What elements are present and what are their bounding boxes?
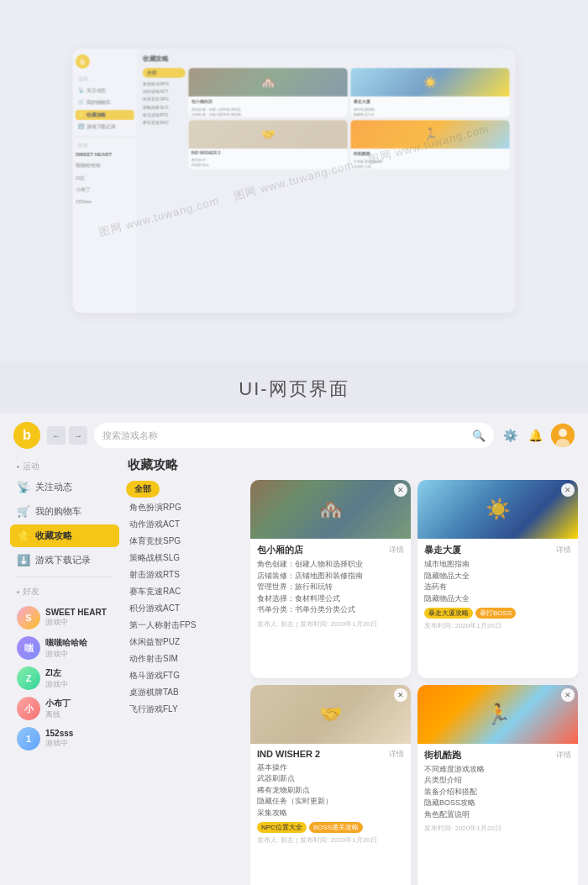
logo-text: b (23, 428, 31, 443)
card2-tag-1: 暴打BOSS (475, 608, 516, 619)
left-panel-categories: 全部 角色扮演RPG 动作游戏ACT 体育竞技SPG 策略战棋SLG 射击游戏R… (126, 480, 244, 885)
card4-close-button[interactable]: ✕ (561, 688, 575, 702)
card4-detail-link[interactable]: 详情 (556, 750, 571, 761)
friend-status-xiaobu: 离线 (45, 709, 113, 720)
sidebar-item-download[interactable]: ⬇️ 游戏下载记录 (10, 549, 119, 572)
top-preview-section: b · 运动 📡 关注动态 🛒 我的购物车 ⭐ 收藏攻略 ⬇️ 游戏下载记录 ·… (0, 0, 588, 361)
card4-image: ✕ (417, 685, 578, 744)
card3-desc-0: 基本操作 (257, 762, 404, 774)
cat-ftg[interactable]: 格斗游戏FTG (126, 668, 244, 683)
card1-close-button[interactable]: ✕ (394, 483, 407, 497)
card3-detail-link[interactable]: 详情 (389, 749, 404, 760)
friend-name-sweetheart: SWEET HEART (45, 608, 113, 617)
card4-desc-2: 装备介绍和搭配 (424, 787, 571, 798)
back-button[interactable]: ← (47, 426, 66, 445)
card3-title-row: IND WISHER 2 详情 (257, 749, 404, 760)
card2-image: ✕ (417, 480, 578, 539)
friend-item-qingqing[interactable]: 嗤 嗤嗤哈哈哈 游戏中 (10, 633, 119, 663)
cat-tab[interactable]: 桌游棋牌TAB (126, 685, 244, 700)
card2-desc-3: 隐藏物品大全 (424, 593, 571, 605)
cat-puz[interactable]: 休闲益智PUZ (126, 635, 244, 650)
friend-avatar-152: 1 (17, 727, 40, 751)
card4-desc-0: 不同难度游戏攻略 (424, 764, 571, 776)
user-avatar[interactable] (551, 424, 575, 447)
card2-desc-2: 选药有 (424, 582, 571, 593)
page-label: UI-网页界面 (0, 361, 588, 414)
friend-item-152[interactable]: 1 152sss 游戏中 (10, 724, 119, 754)
card4-title-row: 街机酷跑 详情 (424, 749, 571, 761)
sidebar-item-follow[interactable]: 📡 关注动态 (10, 476, 119, 498)
cat-rpg[interactable]: 角色扮演RPG (126, 500, 244, 515)
friend-avatar-xiaobu: 小 (17, 697, 40, 720)
card3-desc-1: 武器刷新点 (257, 773, 404, 785)
card2-close-button[interactable]: ✕ (561, 483, 575, 497)
card-ind-wisher: ✕ IND WISHER 2 详情 基本操作 武器刷新点 稀有龙物刷新点 (250, 685, 411, 885)
card2-desc-1: 隐藏物品大全 (424, 571, 571, 582)
card4-title: 街机酷跑 (424, 749, 461, 761)
card3-close-button[interactable]: ✕ (394, 688, 407, 702)
cat-fps[interactable]: 第一人称射击FPS (126, 618, 244, 633)
sidebar-item-cart[interactable]: 🛒 我的购物车 (10, 500, 119, 523)
cat-slg[interactable]: 策略战棋SLG (126, 550, 244, 566)
search-icon[interactable]: 🔍 (472, 429, 486, 442)
section-feed-label: 运动 (23, 461, 39, 472)
friend-item-zi[interactable]: Z ZI左 游戏中 (10, 663, 119, 693)
sidebar-item-collection[interactable]: ⭐ 收藏攻略 (10, 524, 119, 547)
sidebar-divider (17, 577, 113, 577)
friend-name-qingqing: 嗤嗤哈哈哈 (45, 637, 113, 649)
card1-desc-2: 管理世界：旅行和玩转 (257, 582, 404, 593)
cat-sim[interactable]: 动作射击SIM (126, 651, 244, 666)
card4-desc-4: 角色配置说明 (424, 809, 571, 821)
bell-icon[interactable]: 🔔 (526, 426, 544, 445)
friend-info-qingqing: 嗤嗤哈哈哈 游戏中 (45, 637, 113, 660)
friend-status-qingqing: 游戏中 (45, 649, 113, 660)
card2-tag-0: 暴走大厦攻略 (424, 608, 473, 619)
top-bar: b ← → 搜索游戏名称 🔍 ⚙️ 🔔 (10, 422, 578, 449)
download-label: 游戏下载记录 (35, 554, 91, 566)
preview-inner: b · 运动 📡 关注动态 🛒 我的购物车 ⭐ 收藏攻略 ⬇️ 游戏下载记录 ·… (73, 49, 516, 313)
friend-name-152: 152sss (45, 729, 113, 738)
friend-name-xiaobu: 小布丁 (45, 698, 113, 709)
search-bar[interactable]: 搜索游戏名称 🔍 (94, 423, 494, 448)
card1-detail-link[interactable]: 详情 (389, 545, 404, 556)
category-all[interactable]: 全部 (126, 481, 160, 498)
card3-image: ✕ (250, 685, 411, 744)
app-container: b ← → 搜索游戏名称 🔍 ⚙️ 🔔 运动 (0, 414, 588, 885)
cards-grid: ✕ 包小厢的店 详情 角色创建：创建人物和选择职业 店铺装修：店铺地图和装修指南… (250, 480, 578, 885)
card1-desc-0: 角色创建：创建人物和选择职业 (257, 559, 404, 571)
card3-tag-0: NPC位置大全 (257, 822, 307, 833)
card3-tags: NPC位置大全 BOSS通关攻略 (257, 822, 404, 833)
cat-act[interactable]: 动作游戏ACT (126, 517, 244, 532)
sidebar: 运动 📡 关注动态 🛒 我的购物车 ⭐ 收藏攻略 ⬇️ 游戏下载记录 好友 (10, 457, 119, 885)
cat-spg[interactable]: 体育竞技SPG (126, 534, 244, 549)
friend-item-sweetheart[interactable]: S SWEET HEART 游戏中 (10, 603, 119, 633)
friend-avatar-inner-sweetheart: S (17, 606, 40, 630)
card4-desc-1: 兵类型介绍 (424, 775, 571, 787)
card2-detail-link[interactable]: 详情 (556, 545, 571, 556)
friend-avatar-inner-zi: Z (17, 666, 40, 690)
card3-desc-3: 隐藏任务（实时更新） (257, 796, 404, 808)
card2-body: 暴走大厦 详情 城市地图指南 隐藏物品大全 选药有 隐藏物品大全 暴走大厦攻略 (417, 539, 578, 678)
cat-rac[interactable]: 赛车竞速RAC (126, 584, 244, 599)
card2-title: 暴走大厦 (424, 544, 461, 556)
settings-icon[interactable]: ⚙️ (501, 426, 519, 445)
card1-desc-1: 店铺装修：店铺地图和装修指南 (257, 571, 404, 582)
card2-desc: 城市地图指南 隐藏物品大全 选药有 隐藏物品大全 (424, 559, 571, 604)
forward-button[interactable]: → (69, 426, 87, 445)
logo: b (13, 422, 40, 449)
content-area: 收藏攻略 全部 角色扮演RPG 动作游戏ACT 体育竞技SPG 策略战棋SLG … (126, 457, 578, 885)
cat-rts[interactable]: 射击游戏RTS (126, 567, 244, 582)
cat-fly[interactable]: 飞行游戏FLY (126, 702, 244, 717)
collection-label: 收藏攻略 (35, 529, 72, 542)
friend-avatar-zi: Z (17, 666, 40, 690)
sidebar-section-friends: 好友 (10, 582, 119, 599)
download-icon: ⬇️ (17, 554, 30, 566)
cat-act2[interactable]: 积分游戏ACT (126, 601, 244, 616)
friend-avatar-inner-qingqing: 嗤 (17, 636, 40, 660)
card1-desc-3: 食材选择：食材料理公式 (257, 593, 404, 605)
sidebar-section-feed: 运动 (10, 457, 119, 474)
card2-desc-0: 城市地图指南 (424, 559, 571, 571)
card1-title: 包小厢的店 (257, 544, 303, 556)
card1-meta: 发布人: 前左 | 发布时间: 2020年1月20日 (257, 619, 404, 629)
friend-item-xiaobu[interactable]: 小 小布丁 离线 (10, 693, 119, 724)
